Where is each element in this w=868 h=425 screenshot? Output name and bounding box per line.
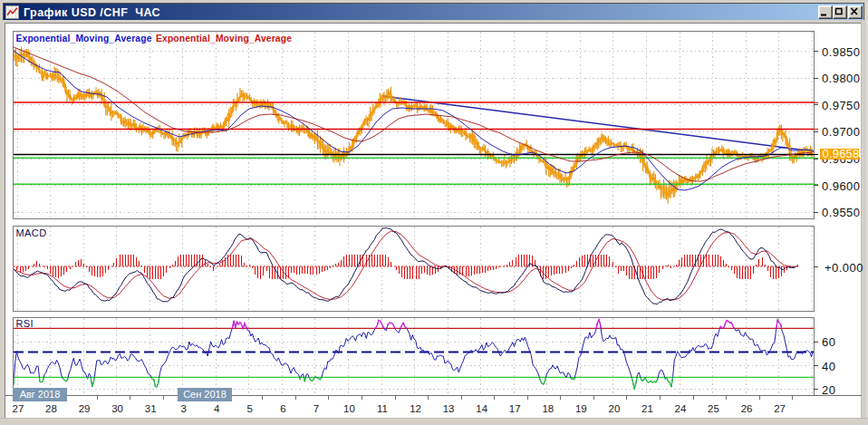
svg-text:Exponential_Moving_Average: Exponential_Moving_Average <box>16 34 152 43</box>
svg-text:RSI: RSI <box>16 318 34 329</box>
svg-text:Exponential_Moving_Average: Exponential_Moving_Average <box>156 34 292 43</box>
svg-text:MACD: MACD <box>16 227 47 238</box>
